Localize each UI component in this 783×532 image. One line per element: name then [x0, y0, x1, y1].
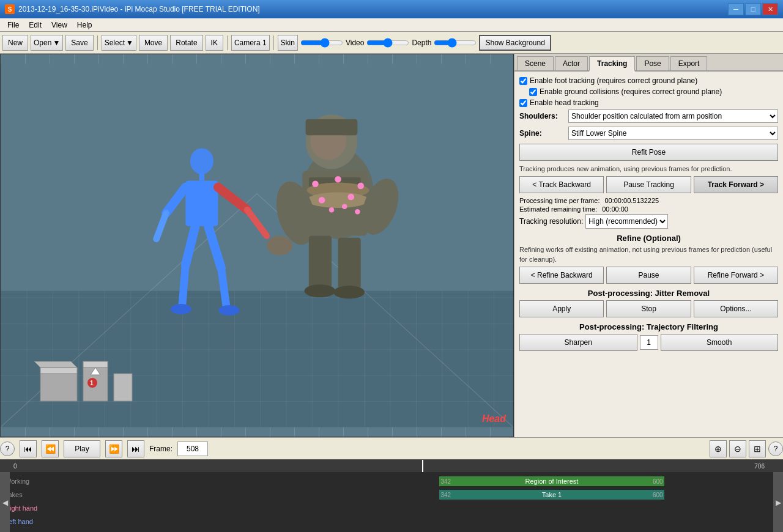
panel-content: Enable foot tracking (requires correct g… — [514, 72, 783, 360]
track-forward-button[interactable]: Track Forward > — [694, 176, 778, 193]
head-tracking-label: Enable head tracking — [530, 98, 599, 107]
ground-collisions-row: Enable ground collisions (requires corre… — [519, 87, 778, 96]
ground-collisions-checkbox[interactable] — [529, 88, 537, 96]
tab-scene[interactable]: Scene — [517, 56, 554, 70]
menu-view[interactable]: View — [46, 20, 72, 31]
svg-point-25 — [307, 193, 369, 208]
processing-time-row: Processing time per frame: 00:00:00.5132… — [519, 197, 778, 204]
resolution-row: Tracking resolution: High (recommended) — [519, 214, 778, 229]
zoom-fit-button[interactable]: ⊞ — [749, 440, 766, 457]
estimated-remaining-label: Estimated remaining time: — [519, 205, 597, 213]
skin-dropdown[interactable]: Skin — [278, 35, 298, 51]
step-forward-button[interactable]: ⏩ — [105, 440, 122, 457]
menu-file[interactable]: File — [2, 20, 24, 31]
ruler-end: 706 — [754, 463, 765, 470]
track-label-working: Working — [0, 478, 122, 485]
estimated-remaining-row: Estimated remaining time: 00:00:00 — [519, 205, 778, 213]
show-background-button[interactable]: Show Background — [479, 35, 551, 51]
viewport[interactable]: 1 Head — [0, 54, 514, 437]
video-slider[interactable] — [366, 38, 409, 48]
svg-point-32 — [342, 204, 347, 209]
pause-button[interactable]: Pause — [606, 267, 691, 284]
svg-rect-39 — [338, 238, 361, 289]
ground-collisions-label: Enable ground collisions (requires corre… — [540, 87, 722, 96]
zoom-in-button[interactable]: ⊕ — [710, 440, 727, 457]
trajectory-row: Sharpen 1 Smooth — [519, 334, 778, 351]
track-label-left-hand: Left hand — [0, 518, 122, 525]
select-dropdown[interactable]: Select ▼ — [102, 35, 136, 51]
apply-button[interactable]: Apply — [519, 300, 604, 317]
pause-tracking-button[interactable]: Pause Tracking — [606, 176, 691, 193]
refit-pose-button[interactable]: Refit Pose — [519, 144, 778, 161]
ik-button[interactable]: IK — [206, 35, 223, 51]
zoom-out-button[interactable]: ⊖ — [729, 440, 746, 457]
head-label: Head — [482, 413, 506, 424]
menu-edit[interactable]: Edit — [24, 20, 46, 31]
svg-rect-38 — [309, 236, 332, 288]
timeline-tracks: Working 342 Region of Interest 600 Takes… — [0, 472, 783, 531]
refine-backward-button[interactable]: < Refine Backward — [519, 267, 604, 284]
sep1 — [97, 35, 98, 50]
frame-input[interactable] — [177, 441, 208, 456]
options-button[interactable]: Options... — [694, 300, 778, 317]
svg-marker-44 — [34, 361, 77, 368]
sharpen-button[interactable]: Sharpen — [519, 334, 637, 351]
save-button[interactable]: Save — [65, 35, 93, 51]
track-btn-group: < Track Backward Pause Tracking Track Fo… — [519, 176, 778, 193]
resolution-label: Tracking resolution: — [519, 217, 583, 226]
tab-actor[interactable]: Actor — [555, 56, 588, 70]
refine-forward-button[interactable]: Refine Forward > — [694, 267, 778, 284]
svg-line-15 — [221, 268, 226, 308]
right-panel: Scene Actor Tracking Pose Export Enable … — [514, 54, 783, 437]
head-tracking-checkbox[interactable] — [519, 99, 527, 107]
tab-tracking[interactable]: Tracking — [589, 56, 635, 72]
stop-button[interactable]: Stop — [606, 300, 691, 317]
timeline-nav-left[interactable]: ◀ — [0, 472, 10, 532]
trajectory-title: Post-processing: Trajectory Filtering — [519, 322, 778, 331]
tab-export[interactable]: Export — [670, 56, 708, 70]
skin-slider[interactable] — [300, 38, 343, 48]
svg-rect-43 — [40, 368, 77, 374]
minimize-button[interactable]: ─ — [728, 3, 744, 15]
jitter-btn-group: Apply Stop Options... — [519, 300, 778, 317]
resolution-select[interactable]: High (recommended) — [585, 214, 668, 229]
rotate-button[interactable]: Rotate — [170, 35, 202, 51]
open-dropdown[interactable]: Open ▼ — [31, 35, 63, 51]
jitter-title: Post-processing: Jitter Removal — [519, 289, 778, 298]
play-button[interactable]: Play — [64, 440, 100, 457]
track-bar-working[interactable]: 342 Region of Interest 600 — [439, 476, 664, 486]
window-title: 2013-12-19_16-35-30.iPiVideo - iPi Mocap… — [18, 5, 260, 13]
go-to-start-button[interactable]: ⏮ — [20, 440, 37, 457]
menu-help[interactable]: Help — [72, 20, 97, 31]
timeline-ruler: 0 706 — [0, 460, 783, 472]
foot-tracking-checkbox[interactable] — [519, 77, 527, 85]
maximize-button[interactable]: □ — [745, 3, 761, 15]
track-backward-button[interactable]: < Track Backward — [519, 176, 604, 193]
timeline-area: 0 706 ◀ ▶ Working 342 Region of Interest… — [0, 459, 783, 532]
help-left-button[interactable]: ? — [0, 441, 15, 456]
move-button[interactable]: Move — [139, 35, 168, 51]
playhead[interactable] — [422, 460, 423, 472]
depth-slider[interactable] — [434, 38, 477, 48]
go-to-end-button[interactable]: ⏭ — [127, 440, 144, 457]
help-right-button[interactable]: ? — [768, 441, 783, 456]
svg-point-34 — [355, 209, 360, 214]
refine-title: Refine (Optional) — [519, 234, 778, 243]
track-bar-takes[interactable]: 342 Take 1 600 — [439, 490, 664, 500]
new-button[interactable]: New — [2, 35, 28, 51]
foot-tracking-row: Enable foot tracking (requires correct g… — [519, 76, 778, 85]
spine-select[interactable]: Stiff Lower Spine — [568, 127, 778, 140]
smooth-button[interactable]: Smooth — [661, 334, 779, 351]
step-backward-button[interactable]: ⏪ — [42, 440, 59, 457]
shoulders-row: Shoulders: Shoulder position calculated … — [519, 109, 778, 123]
svg-text:1: 1 — [90, 380, 94, 386]
close-button[interactable]: ✕ — [762, 3, 778, 15]
shoulders-select[interactable]: Shoulder position calculated from arm po… — [568, 109, 778, 123]
tab-pose[interactable]: Pose — [636, 56, 669, 70]
tabs: Scene Actor Tracking Pose Export — [514, 54, 783, 72]
svg-point-28 — [357, 183, 364, 190]
app-icon: S — [5, 4, 15, 14]
camera-dropdown[interactable]: Camera 1 — [231, 35, 270, 51]
sep3 — [273, 35, 274, 50]
track-row-left-hand: Left hand — [0, 515, 783, 528]
